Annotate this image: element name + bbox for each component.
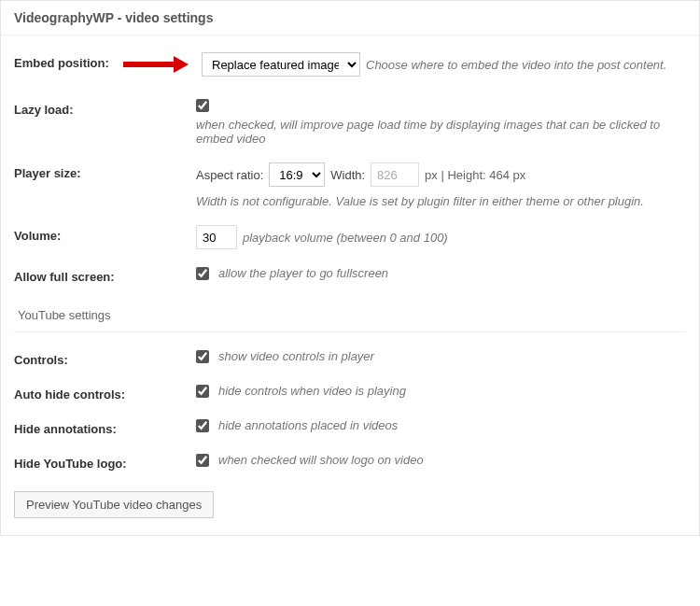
volume-input[interactable] xyxy=(196,225,237,249)
logo-checkbox[interactable] xyxy=(196,454,209,467)
lazy-load-row: Lazy load: when checked, will improve pa… xyxy=(14,82,686,146)
lazy-load-hint: when checked, will improve page load tim… xyxy=(196,118,686,146)
fullscreen-row: Allow full screen: allow the player to g… xyxy=(14,249,686,284)
aspect-ratio-label: Aspect ratio: xyxy=(196,168,263,182)
fullscreen-hint: allow the player to go fullscreen xyxy=(218,266,388,280)
autohide-checkbox[interactable] xyxy=(196,385,209,398)
preview-youtube-button[interactable]: Preview YouTube video changes xyxy=(14,491,214,518)
player-size-row: Player size: Aspect ratio: 16:9 Width: p… xyxy=(14,146,686,208)
controls-row: Controls: show video controls in player xyxy=(14,332,686,367)
red-arrow-icon xyxy=(123,58,189,71)
aspect-ratio-select[interactable]: 16:9 xyxy=(269,162,325,187)
autohide-hint: hide controls when video is playing xyxy=(218,384,406,398)
px-height-text: px | Height: 464 px xyxy=(425,168,525,182)
lazy-load-label: Lazy load: xyxy=(14,99,196,117)
annotations-label: Hide annotations: xyxy=(14,418,196,436)
volume-hint: playback volume (between 0 and 100) xyxy=(243,231,448,245)
lazy-load-checkbox[interactable] xyxy=(196,99,209,112)
logo-row: Hide YouTube logo: when checked will sho… xyxy=(14,436,686,471)
annotations-row: Hide annotations: hide annotations place… xyxy=(14,402,686,436)
width-label: Width: xyxy=(330,168,365,182)
embed-position-hint: Choose where to embed the video into the… xyxy=(366,58,666,72)
volume-row: Volume: playback volume (between 0 and 1… xyxy=(14,208,686,249)
controls-hint: show video controls in player xyxy=(218,349,374,363)
annotations-hint: hide annotations placed in videos xyxy=(218,418,398,432)
controls-checkbox[interactable] xyxy=(196,350,209,363)
logo-label: Hide YouTube logo: xyxy=(14,453,196,471)
embed-position-row: Embed position: Replace featured image C… xyxy=(14,35,686,77)
player-size-note: Width is not configurable. Value is set … xyxy=(196,194,644,208)
autohide-label: Auto hide controls: xyxy=(14,384,196,402)
youtube-settings-subheader: YouTube settings xyxy=(14,308,686,332)
video-settings-panel: VideographyWP - video settings Embed pos… xyxy=(0,0,700,536)
fullscreen-label: Allow full screen: xyxy=(14,266,196,284)
volume-label: Volume: xyxy=(14,225,196,243)
autohide-row: Auto hide controls: hide controls when v… xyxy=(14,367,686,402)
embed-position-select[interactable]: Replace featured image xyxy=(202,52,360,77)
panel-title: VideographyWP - video settings xyxy=(1,1,699,35)
player-size-label: Player size: xyxy=(14,162,196,180)
fullscreen-checkbox[interactable] xyxy=(196,267,209,280)
logo-hint: when checked will show logo on video xyxy=(218,453,424,467)
controls-label: Controls: xyxy=(14,349,196,367)
annotations-checkbox[interactable] xyxy=(196,419,209,432)
width-input xyxy=(371,162,419,187)
